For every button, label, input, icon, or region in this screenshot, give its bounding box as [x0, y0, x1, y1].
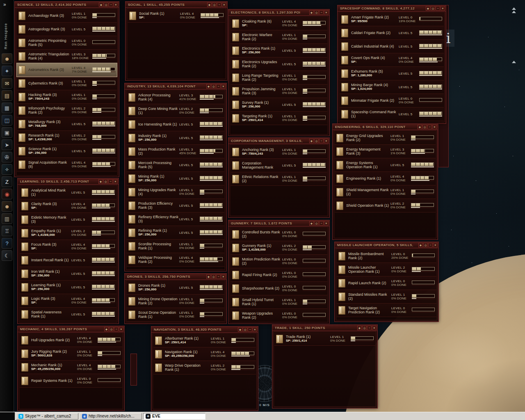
- skill-row[interactable]: Metallurgy Rank (3) SP: 768,000 LEVEL 5: [17, 117, 117, 131]
- skill-row[interactable]: Controlled Bursts Rank (2) LEVEL 0 0% DO…: [231, 228, 327, 241]
- skill-row[interactable]: Spatial Awareness Rank (1) LEVEL 5: [20, 308, 116, 321]
- window-pin-button[interactable]: ◎: [211, 274, 216, 279]
- skill-row[interactable]: Empathy Rank (1) SP: 1,415/8,000 LEVEL 2…: [20, 226, 116, 240]
- skill-row[interactable]: Astrometric Triangulation Rank (4) LEVEL…: [17, 50, 117, 63]
- skill-row[interactable]: Cloaking Rank (6) SP: LEVEL 4 0% DONE: [231, 17, 327, 30]
- window-titlebar[interactable]: MISSILE LAUNCHER OPERATION, 5 SKILLS, ◈◎…: [335, 242, 438, 248]
- window-titlebar[interactable]: SCIENCE, 12 SKILLS, 2,414,302 POINTS ◈◎−…: [15, 2, 119, 8]
- window-blink-button[interactable]: ◈: [206, 84, 211, 89]
- window-pin-button[interactable]: ◎: [103, 179, 108, 184]
- window-close-button[interactable]: ✕: [222, 2, 226, 7]
- skill-row[interactable]: Ethnic Relations Rank (2) LEVEL 1 0% DON…: [231, 172, 327, 186]
- window-close-button[interactable]: ✕: [253, 327, 257, 332]
- skill-row[interactable]: Caldari Industrial Rank (4) LEVEL 5: [340, 40, 444, 53]
- window-close-button[interactable]: ✕: [372, 326, 377, 330]
- skill-row[interactable]: Electronic Warfare Rank (2) LEVEL 1 0% D…: [231, 30, 327, 44]
- skill-row[interactable]: Mechanic Rank (1) SP: 45,255/256,000 LEV…: [20, 361, 122, 374]
- neocom-expand-icon[interactable]: »: [3, 2, 6, 7]
- skill-row[interactable]: Drones Rank (1) SP: 256,000 LEVEL 5: [127, 281, 224, 294]
- skill-row[interactable]: Shield Operation Rank (1) LEVEL 2 0% DON…: [335, 199, 436, 212]
- window-close-button[interactable]: ✕: [221, 84, 226, 89]
- skill-row[interactable]: Standard Missiles Rank (2) LEVEL 1 0% DO…: [337, 290, 436, 304]
- science-icon[interactable]: ✧: [2, 164, 12, 175]
- skill-row[interactable]: Eidetic Memory Rank (3) LEVEL 5: [20, 213, 116, 226]
- skill-row[interactable]: Targeting Rank (1) SP: 250/1,414 LEVEL 1…: [231, 112, 327, 125]
- window-minimize-button[interactable]: −: [436, 6, 440, 11]
- skill-row[interactable]: Science Rank (1) SP: 256,000 LEVEL 5: [17, 144, 117, 158]
- window-titlebar[interactable]: NAVIGATION, 3 SKILLS, 46,920 POINTS ◈◎−✕: [151, 326, 258, 333]
- contacts-icon[interactable]: ☻: [2, 201, 12, 212]
- skill-row[interactable]: Missile Launcher Operation Rank (1) LEVE…: [337, 263, 436, 276]
- skill-row[interactable]: Mining Upgrades Rank (4) LEVEL 1 0% DONE: [127, 185, 224, 199]
- skill-row[interactable]: Hull Upgrades Rank (2) LEVEL 4 0% DONE: [20, 333, 122, 347]
- skill-row[interactable]: Navigation Rank (1) SP: 45,255/256,000 L…: [153, 347, 256, 361]
- window-blink-button[interactable]: ◈: [98, 179, 103, 184]
- skill-row[interactable]: Rapid Launch Rank (2) LEVEL 0 0% DONE: [337, 276, 436, 290]
- items-icon[interactable]: ▣: [2, 127, 12, 138]
- window-minimize-button[interactable]: −: [427, 125, 432, 129]
- window-minimize-button[interactable]: −: [319, 139, 324, 143]
- skill-row[interactable]: Target Navigation Prediction Rank (2) LE…: [337, 304, 436, 317]
- skill-row[interactable]: Cybernetics Rank (3) LEVEL 1 0% DONE: [17, 77, 117, 90]
- taskbar-skype-button[interactable]: S Skype™ - albert_camus2: [16, 413, 78, 420]
- skill-row[interactable]: Shield Management Rank (2) LEVEL 1 0% DO…: [335, 185, 436, 199]
- window-pin-button[interactable]: ◎: [422, 125, 427, 129]
- skill-row[interactable]: Refining Rank (1) SP: 256,000 LEVEL 5: [127, 226, 224, 240]
- window-pin-button[interactable]: ◎: [431, 6, 435, 11]
- scroll-up-double-chevron-icon[interactable]: [512, 7, 516, 13]
- skill-row[interactable]: Trade Rank (1) SP: 250/1,414 LEVEL 1 0% …: [274, 332, 375, 346]
- ships-icon[interactable]: ➤: [2, 139, 12, 150]
- window-close-button[interactable]: ✕: [324, 221, 329, 226]
- skill-row[interactable]: Hacking Rank (3) SP: 750/4,243 LEVEL 1 0…: [17, 90, 117, 104]
- window-close-button[interactable]: ✕: [119, 327, 123, 331]
- window-pin-button[interactable]: ◎: [109, 327, 114, 331]
- window-titlebar[interactable]: DRONES, 3 SKILLS, 256,750 POINTS ◈◎−✕: [125, 274, 226, 280]
- skill-row[interactable]: Exhumers Rank (5) SP: 1,280,000 LEVEL 5: [340, 67, 444, 80]
- skill-row[interactable]: Electronics Rank (1) SP: 256,000 LEVEL 5: [231, 44, 327, 57]
- window-minimize-button[interactable]: −: [319, 221, 324, 226]
- window-blink-button[interactable]: ◈: [309, 139, 314, 143]
- window-blink-button[interactable]: ◈: [418, 243, 423, 247]
- window-blink-button[interactable]: ◈: [426, 6, 430, 11]
- window-pin-button[interactable]: ◎: [104, 2, 108, 7]
- skill-row[interactable]: Learning Rank (1) SP: 256,000 LEVEL 5: [20, 281, 116, 294]
- skill-row[interactable]: Gunnery Rank (1) SP: 1,415/8,000 LEVEL 2…: [231, 241, 327, 255]
- combat-log-icon[interactable]: ◉: [2, 189, 12, 199]
- skill-row[interactable]: Missile Bombardment Rank (2) LEVEL 0 20%…: [337, 249, 436, 263]
- skill-row[interactable]: Energy Systems Operation Rank (1) LEVEL …: [335, 158, 436, 172]
- star-map-icon[interactable]: ✦: [2, 66, 12, 76]
- window-titlebar[interactable]: INDUSTRY, 13 SKILLS, 4,039,104 POINT ◈◎−…: [125, 83, 226, 89]
- window-minimize-button[interactable]: −: [108, 179, 113, 184]
- window-minimize-button[interactable]: −: [217, 2, 221, 7]
- window-blink-button[interactable]: ◈: [309, 10, 314, 15]
- window-close-button[interactable]: ✕: [432, 125, 437, 129]
- skill-row[interactable]: Scout Drone Operation Rank (1) LEVEL 1 0…: [127, 308, 224, 322]
- window-pin-button[interactable]: ◎: [423, 243, 428, 247]
- skill-row[interactable]: Warp Drive Operation Rank (1) LEVEL 2 0%…: [153, 361, 256, 374]
- window-titlebar[interactable]: MECHANIC, 4 SKILLS, 136,267 POINTS ◈◎−✕: [18, 326, 124, 332]
- taskbar-eve-button[interactable]: ✦ EVE: [143, 413, 205, 420]
- skill-row[interactable]: Research Rank (1) SP: 1,415/8,000 LEVEL …: [17, 131, 117, 144]
- skill-row[interactable]: Mining Rank (1) SP: 256,000 LEVEL 5: [127, 172, 224, 185]
- skill-row[interactable]: Caldari Frigate Rank (2) LEVEL 5: [340, 26, 444, 40]
- window-pin-button[interactable]: ◎: [314, 139, 319, 143]
- skill-row[interactable]: Iron Will Rank (1) SP: 256,000 LEVEL 5: [20, 267, 116, 281]
- window-close-button[interactable]: ✕: [221, 274, 226, 279]
- skill-row[interactable]: Astrometrics Rank (3) LEVEL 4 7% DONE: [17, 63, 117, 77]
- fitting-icon[interactable]: ✇: [2, 152, 12, 162]
- window-minimize-button[interactable]: −: [319, 10, 324, 15]
- skill-row[interactable]: Signal Acquisition Rank (8) LEVEL 4 0% D…: [17, 158, 117, 171]
- skill-row[interactable]: Mining Barge Rank (4) SP: 1,024,000 LEVE…: [340, 80, 444, 94]
- skill-row[interactable]: Scordite Processing Rank (1) LEVEL 1 0% …: [127, 240, 224, 253]
- skill-row[interactable]: Logic Rank (3) SP: LEVEL 4 0% DONE: [20, 294, 116, 308]
- skill-row[interactable]: Astrometric Pinpointing Rank (5) LEVEL 0…: [17, 36, 117, 50]
- skill-row[interactable]: Ice Harvesting Rank (1) LEVEL 5: [127, 118, 224, 131]
- skill-row[interactable]: Minmatar Frigate Rank (2) LEVEL 0 0% DON…: [340, 94, 444, 107]
- window-close-button[interactable]: ✕: [433, 243, 438, 247]
- taskbar-browser-button[interactable]: e http://ineve.net/skills/ch...: [80, 413, 142, 420]
- skill-row[interactable]: Archaeology Rank (3) LEVEL 1 0% DONE: [17, 9, 117, 23]
- journal-icon[interactable]: ▤: [2, 90, 12, 101]
- assets-icon[interactable]: ▦: [2, 103, 12, 113]
- window-titlebar[interactable]: SOCIAL, 1 SKILL, 45,255 POINTS ◈◎−✕: [126, 2, 227, 8]
- window-close-button[interactable]: ✕: [114, 2, 118, 7]
